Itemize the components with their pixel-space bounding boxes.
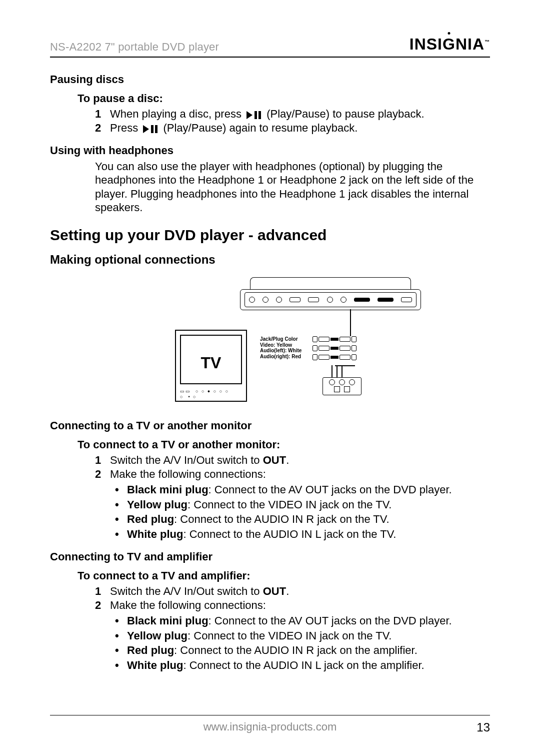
brand-logo: INSIGNIA™ [410,35,490,54]
step-number: 1 [95,453,103,467]
header-bar: NS-A2202 7" portable DVD player INSIGNIA… [50,35,490,58]
jack-color-legend: Jack/Plug Color Video: Yellow Audio(left… [260,336,302,359]
text: Switch the A/V In/Out switch to [110,585,263,597]
dvd-player-body [240,289,421,310]
svg-rect-5 [155,125,158,133]
text-strong: Red plug [127,513,174,525]
headphones-paragraph: You can also use the player with headpho… [95,160,490,215]
svg-marker-0 [246,111,252,119]
bullet-icon: • [115,483,121,497]
svg-rect-4 [151,125,154,133]
cable-plugs [312,336,356,360]
bullet-text: Black mini plug: Connect to the AV OUT j… [127,483,490,497]
port-icon [327,297,333,303]
text: When playing a disc, press [110,108,244,120]
tv-steps: 1 Switch the A/V In/Out switch to OUT. 2… [95,453,490,481]
step-text: Switch the A/V In/Out switch to OUT. [110,453,490,467]
text: : Connect to the AUDIO IN L jack on the … [183,659,424,671]
plug-icon [312,354,356,360]
list-item: •White plug: Connect to the AUDIO IN L j… [115,658,490,672]
heading-headphones: Using with headphones [50,144,490,158]
bullet-text: Black mini plug: Connect to the AV OUT j… [127,614,490,628]
heading-connect-tv: Connecting to a TV or another monitor [50,419,490,433]
text: Audio(right): [260,354,292,359]
port-icon [308,297,319,302]
bullet-icon: • [115,614,121,628]
wire-icon [335,365,355,366]
amp-step-2: 2 Make the following connections: [95,598,490,612]
subheading-connect-tv: To connect to a TV or another monitor: [78,438,490,452]
plug-icon [312,336,356,342]
text-strong: OUT [263,454,286,466]
wire-icon [332,365,332,377]
jack-icon [339,379,345,385]
jack-icon [344,386,350,392]
list-item: •Black mini plug: Connect to the AV OUT … [115,483,490,497]
text: . [286,454,289,466]
av-adapter-block [322,377,362,395]
amp-bullet-list: •Black mini plug: Connect to the AV OUT … [115,614,490,672]
port-icon [354,298,370,302]
subheading-connect-amp: To connect to a TV and amplifier: [78,569,490,583]
text: (Play/Pause) again to resume playback. [163,122,358,134]
list-item: •Red plug: Connect to the AUDIO IN R jac… [115,643,490,657]
content-body: Pausing discs To pause a disc: 1 When pl… [50,73,490,672]
bullet-text: Yellow plug: Connect to the VIDEO IN jac… [127,629,490,643]
text: : Connect to the AUDIO IN L jack on the … [183,528,396,540]
svg-rect-2 [258,111,261,119]
text-strong: Yellow plug [127,498,188,511]
list-item: •Red plug: Connect to the AUDIO IN R jac… [115,512,490,526]
bullet-icon: • [115,629,121,643]
text: (Play/Pause) to pause playback. [266,108,424,120]
dvd-port-row [244,292,416,307]
bullet-icon: • [115,512,121,526]
text: : Connect to the AV OUT jacks on the DVD… [208,614,452,627]
amp-steps: 1 Switch the A/V In/Out switch to OUT. 2… [95,584,490,612]
step-number: 1 [95,584,103,598]
text: . [286,585,289,597]
svg-rect-1 [254,111,257,119]
bullet-icon: • [115,527,121,541]
bullet-text: Red plug: Connect to the AUDIO IN R jack… [127,512,490,526]
jack-icon [334,386,340,392]
port-icon [249,297,255,303]
port-icon [290,297,300,302]
subheading-to-pause: To pause a disc: [78,92,490,106]
legend-video: Video: Yellow [260,342,302,348]
heading-optional-connections: Making optional connections [50,252,490,267]
amp-step-1: 1 Switch the A/V In/Out switch to OUT. [95,584,490,598]
svg-marker-3 [143,125,149,133]
pause-step-2: 2 Press (Play/Pause) again to resume pla… [95,121,490,135]
step-number: 2 [95,598,103,612]
heading-setup-advanced: Setting up your DVD player - advanced [50,226,490,245]
text-strong: Black mini plug [127,483,208,496]
text: : Connect to the AUDIO IN R jack on the … [174,513,389,525]
manual-page: NS-A2202 7" portable DVD player INSIGNIA… [0,0,540,756]
text-strong: White plug [127,528,183,540]
text: : Connect to the VIDEO IN jack on the TV… [188,629,392,642]
list-item: •Black mini plug: Connect to the AV OUT … [115,614,490,628]
step-text: When playing a disc, press (Play/Pause) … [110,107,490,121]
step-text: Make the following connections: [110,467,490,481]
connection-diagram: TV ▭▭ ○ ○ ● ○ ○ ○ ○ • ○ Jack/Plug Color … [120,277,420,410]
tv-controls-icon: ▭▭ ○ ○ ● ○ ○ ○ ○ • ○ [180,389,242,398]
list-item: •Yellow plug: Connect to the VIDEO IN ja… [115,498,490,512]
list-item: •White plug: Connect to the AUDIO IN L j… [115,527,490,541]
tv-step-2: 2 Make the following connections: [95,467,490,481]
pause-step-1: 1 When playing a disc, press (Play/Pause… [95,107,490,121]
bullet-text: Yellow plug: Connect to the VIDEO IN jac… [127,498,490,512]
text: Red [292,354,301,359]
text: Switch the A/V In/Out switch to [110,454,263,466]
step-text: Switch the A/V In/Out switch to OUT. [110,584,490,598]
bullet-text: White plug: Connect to the AUDIO IN L ja… [127,658,490,672]
text-strong: OUT [263,585,286,597]
wire-icon [342,365,342,377]
text: : Connect to the AUDIO IN R jack on the … [174,644,418,656]
port-icon [401,297,412,302]
port-icon [378,298,394,302]
legend-title: Jack/Plug Color [260,336,302,342]
page-number: 13 [476,720,490,734]
port-icon [262,297,268,303]
list-item: •Yellow plug: Connect to the VIDEO IN ja… [115,629,490,643]
bullet-icon: • [115,658,121,672]
